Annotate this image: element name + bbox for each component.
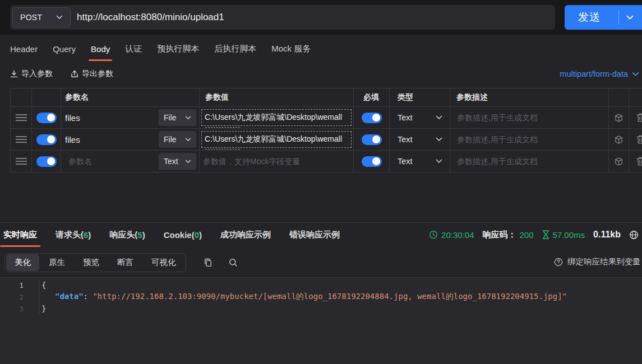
view-tab-beautify[interactable]: 美化	[6, 254, 39, 271]
param-value-input[interactable]	[201, 131, 352, 148]
delete-row-icon[interactable]	[636, 157, 642, 166]
status-code-label: 响应码：	[482, 230, 516, 240]
request-tab-bar: Header Query Body 认证 预执行脚本 后执行脚本 Mock 服务	[0, 35, 642, 63]
delete-row-icon[interactable]	[636, 113, 642, 122]
enable-toggle[interactable]	[36, 156, 57, 167]
param-row: files File Text	[11, 129, 642, 151]
type-select[interactable]: Text	[390, 151, 450, 172]
value-kind-select[interactable]: File	[159, 131, 196, 148]
value-kind-select[interactable]: Text	[159, 153, 196, 170]
response-size: 0.11kb	[593, 230, 621, 240]
chevron-down-icon	[185, 160, 191, 164]
response-duration: 57.00ms	[542, 230, 585, 240]
tab-error-example[interactable]: 错误响应示例	[286, 223, 343, 247]
response-time-value: 20:30:04	[441, 230, 474, 240]
response-meta: 20:30:04 响应码： 200 57.00ms 0.11kb	[429, 223, 639, 247]
param-row: files File Text	[11, 107, 642, 129]
view-action-icons	[204, 258, 238, 267]
line-number: 3	[0, 303, 39, 315]
param-value-input[interactable]	[200, 151, 353, 172]
tab-header[interactable]: Header	[10, 35, 38, 63]
enable-toggle[interactable]	[36, 134, 57, 145]
description-input[interactable]	[450, 107, 608, 128]
drag-handle[interactable]	[11, 129, 32, 151]
toggle-column-header	[32, 88, 61, 107]
url-input[interactable]: http://localhost:8080/minio/upload1	[77, 12, 555, 23]
drag-handle-icon	[16, 161, 27, 162]
tab-count: 6	[84, 230, 88, 240]
tab-label: 错误响应示例	[289, 230, 340, 240]
tab-request-headers[interactable]: 请求头( 6 )	[52, 223, 94, 247]
value-column-header: 参数值	[200, 88, 354, 107]
tab-auth[interactable]: 认证	[125, 35, 142, 63]
description-input[interactable]	[450, 151, 608, 172]
import-params-label: 导入参数	[21, 69, 53, 79]
method-dropdown[interactable]: POST	[12, 7, 71, 27]
import-params-button[interactable]: 导入参数	[10, 69, 53, 79]
tab-cookie[interactable]: Cookie( 0 )	[160, 223, 205, 247]
tab-pre-script[interactable]: 预执行脚本	[157, 35, 199, 63]
tab-query[interactable]: Query	[53, 35, 76, 63]
required-toggle[interactable]	[362, 134, 382, 145]
chevron-down-icon	[185, 116, 191, 120]
type-select[interactable]: Text	[390, 129, 450, 151]
view-tab-raw[interactable]: 原生	[40, 254, 73, 271]
export-params-label: 导出参数	[82, 69, 113, 79]
search-icon[interactable]	[229, 258, 238, 267]
drag-handle[interactable]	[11, 151, 32, 172]
code-line: 2 "data": "http://192.168.2.103:9090/myb…	[0, 291, 642, 303]
content-type-dropdown[interactable]: multipart/form-data	[560, 69, 639, 78]
export-params-button[interactable]: 导出参数	[71, 69, 113, 79]
param-name[interactable]: files	[65, 135, 80, 144]
code-line: 3 }	[0, 303, 642, 315]
view-tab-assert[interactable]: 断言	[109, 254, 142, 271]
tab-response-headers[interactable]: 响应头( 5 )	[106, 223, 148, 247]
tab-count: 5	[137, 230, 142, 240]
response-body-viewer[interactable]: 1 { 2 "data": "http://192.168.2.103:9090…	[0, 277, 642, 364]
drag-handle[interactable]	[11, 107, 32, 129]
upload-icon	[71, 70, 78, 78]
params-toolbar: 导入参数 导出参数 multipart/form-data	[0, 63, 642, 85]
view-tab-preview[interactable]: 预览	[75, 254, 108, 271]
param-name-input[interactable]	[65, 151, 156, 172]
line-content: "data": "http://192.168.2.103:9090/mybuc…	[39, 292, 567, 302]
json-key: "data"	[55, 292, 84, 301]
required-toggle[interactable]	[362, 156, 382, 167]
copy-icon[interactable]	[204, 258, 213, 267]
chevron-down-icon[interactable]	[626, 15, 634, 20]
data-model-icon[interactable]	[614, 157, 623, 166]
view-tab-visualize[interactable]: 可视化	[143, 254, 184, 271]
line-content: }	[39, 304, 46, 313]
tab-mock-service[interactable]: Mock 服务	[271, 35, 311, 63]
param-value-input[interactable]	[201, 109, 352, 126]
bind-response-label: 绑定响应结果到变量	[567, 256, 641, 267]
chevron-down-icon	[56, 15, 63, 20]
data-model-icon[interactable]	[614, 135, 623, 144]
tab-label-suffix: )	[142, 230, 145, 240]
type-select[interactable]: Text	[390, 107, 450, 129]
bind-response-to-variable[interactable]: 绑定响应结果到变量	[554, 253, 641, 272]
required-toggle[interactable]	[362, 113, 382, 123]
chevron-down-icon	[185, 138, 191, 142]
line-number: 2	[0, 291, 39, 303]
enable-toggle[interactable]	[36, 113, 57, 123]
tab-body[interactable]: Body	[91, 35, 110, 63]
tab-label-suffix: )	[88, 230, 91, 240]
tab-post-script[interactable]: 后执行脚本	[214, 35, 256, 63]
description-input[interactable]	[450, 129, 608, 150]
line-number: 1	[0, 279, 39, 291]
tab-realtime-response[interactable]: 实时响应	[0, 223, 40, 247]
description-column-header: 参数描述	[450, 88, 609, 107]
tab-success-example[interactable]: 成功响应示例	[217, 223, 274, 247]
globe-icon[interactable]	[629, 230, 639, 240]
response-tab-bar: 实时响应 请求头( 6 ) 响应头( 5 ) Cookie( 0 ) 成功响应示…	[0, 222, 642, 247]
value-kind-select[interactable]: File	[159, 109, 196, 126]
response-time: 20:30:04	[429, 230, 474, 240]
json-separator: :	[84, 292, 93, 301]
status-code-value: 200	[519, 230, 533, 240]
send-button[interactable]: 发送	[565, 5, 642, 30]
delete-row-icon[interactable]	[636, 135, 642, 144]
data-model-icon[interactable]	[614, 113, 623, 123]
param-name[interactable]: files	[65, 113, 80, 123]
required-column-header: 必填	[354, 88, 390, 107]
